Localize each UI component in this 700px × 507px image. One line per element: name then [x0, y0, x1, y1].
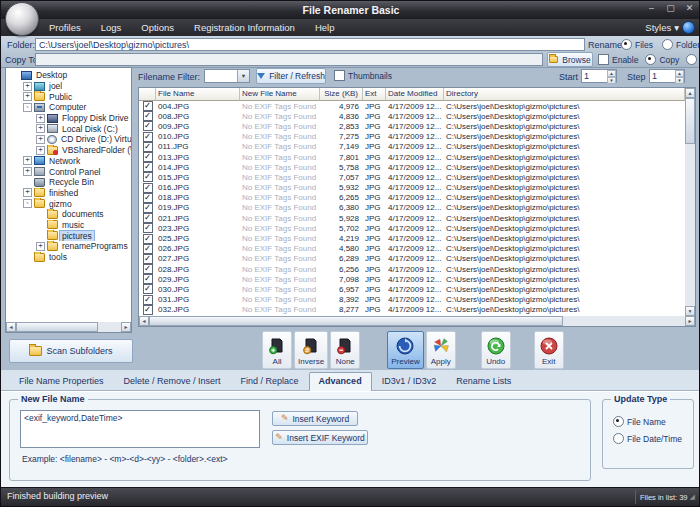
tab-delete-remove-insert[interactable]: Delete / Remove / Insert: [114, 372, 231, 390]
dropdown-arrow-icon[interactable]: ▼: [237, 70, 249, 82]
filter-refresh-button[interactable]: Filter / Refresh: [256, 68, 326, 84]
tree-item-renameprograms[interactable]: +renamePrograms: [6, 241, 131, 252]
tree-item-floppy-disk-drive-a[interactable]: +Floppy Disk Drive (A:): [6, 113, 131, 124]
table-horizontal-scrollbar[interactable]: ◄ ►: [139, 316, 695, 326]
table-row[interactable]: ✓014.JPGNo EXIF Tags Found5,758JPG4/17/2…: [139, 162, 685, 172]
column-header-date-modified[interactable]: Date Modified: [386, 88, 444, 101]
row-checkbox[interactable]: ✓: [143, 121, 153, 131]
row-checkbox[interactable]: ✓: [143, 142, 153, 152]
menu-item-registration-information[interactable]: Registration Information: [184, 19, 305, 36]
tree-item-joel[interactable]: +joel: [6, 81, 131, 92]
spin-up-icon[interactable]: ▲: [607, 70, 616, 77]
table-row[interactable]: ✓016.JPGNo EXIF Tags Found5,932JPG4/17/2…: [139, 183, 685, 193]
rename-option-files[interactable]: Files: [621, 39, 653, 50]
styles-menu[interactable]: Styles ▾: [645, 19, 695, 36]
copy-move-option-copy[interactable]: Copy: [645, 54, 679, 65]
tree-item-music[interactable]: music: [6, 220, 131, 231]
table-row[interactable]: ✓029.JPGNo EXIF Tags Found7,098JPG4/17/2…: [139, 274, 685, 284]
table-vertical-scrollbar[interactable]: ▲ ▼: [685, 88, 695, 316]
table-row[interactable]: ✓015.JPGNo EXIF Tags Found7,057JPG4/17/2…: [139, 172, 685, 182]
table-row[interactable]: ✓021.JPGNo EXIF Tags Found5,928JPG4/17/2…: [139, 213, 685, 223]
table-row[interactable]: ✓026.JPGNo EXIF Tags Found4,580JPG4/17/2…: [139, 244, 685, 254]
browse-button[interactable]: Browse: [547, 52, 593, 67]
tree-item-documents[interactable]: documents: [6, 209, 131, 220]
enable-checkbox[interactable]: Enable: [598, 54, 638, 65]
all-button[interactable]: All: [262, 331, 292, 369]
copy-to-input[interactable]: [35, 53, 543, 66]
thumbnails-checkbox[interactable]: Thumbnails: [334, 70, 392, 81]
update-type-option-file-name[interactable]: File Name: [613, 416, 666, 427]
row-checkbox[interactable]: ✓: [143, 274, 153, 284]
row-checkbox[interactable]: ✓: [143, 234, 153, 244]
row-checkbox[interactable]: ✓: [143, 295, 153, 305]
row-checkbox[interactable]: ✓: [143, 254, 153, 264]
tree-item-network[interactable]: +Network: [6, 156, 131, 167]
exit-button[interactable]: Exit: [534, 331, 564, 369]
folder-input[interactable]: [35, 38, 585, 51]
column-header-ext[interactable]: Ext: [363, 88, 386, 101]
column-header-directory[interactable]: Directory: [444, 88, 685, 101]
spin-down-icon[interactable]: ▼: [607, 77, 616, 84]
tree-item-local-disk-c[interactable]: +Local Disk (C:): [6, 123, 131, 134]
scrollbar-thumb[interactable]: [16, 322, 98, 332]
scroll-right-icon[interactable]: ►: [685, 316, 695, 326]
expand-icon[interactable]: +: [23, 188, 32, 197]
row-checkbox[interactable]: ✓: [143, 111, 153, 121]
update-type-option-file-date-time[interactable]: File Date/Time: [613, 433, 682, 444]
scroll-left-icon[interactable]: ◄: [139, 316, 149, 326]
row-checkbox[interactable]: ✓: [143, 172, 153, 182]
tab-id3v1-id3v2[interactable]: ID3v1 / ID3v2: [372, 372, 447, 390]
tree-item-pictures[interactable]: pictures: [6, 230, 131, 241]
column-header-new-file-name[interactable]: New File Name: [240, 88, 320, 101]
table-row[interactable]: ✓032.JPGNo EXIF Tags Found8,277JPG4/17/2…: [139, 305, 685, 315]
expand-icon[interactable]: +: [23, 82, 32, 91]
tree-item-recycle-bin[interactable]: Recycle Bin: [6, 177, 131, 188]
new-file-name-pattern-input[interactable]: <exif_keyword,DateTime>: [20, 410, 260, 448]
tree-item-public[interactable]: +Public: [6, 91, 131, 102]
scroll-up-icon[interactable]: ▲: [685, 88, 695, 98]
column-header-size-kb[interactable]: Size (KB): [320, 88, 363, 101]
tab-advanced[interactable]: Advanced: [309, 372, 372, 391]
table-row[interactable]: ✓031.JPGNo EXIF Tags Found8,392JPG4/17/2…: [139, 295, 685, 305]
preview-button[interactable]: Preview: [387, 331, 423, 369]
tree-horizontal-scrollbar[interactable]: ◄ ►: [6, 322, 131, 332]
rename-option-folders[interactable]: Folders: [662, 39, 700, 50]
table-row[interactable]: ✓025.JPGNo EXIF Tags Found4,219JPG4/17/2…: [139, 233, 685, 243]
expand-icon[interactable]: +: [23, 167, 32, 176]
table-row[interactable]: ✓009.JPGNo EXIF Tags Found2,853JPG4/17/2…: [139, 121, 685, 131]
menu-item-options[interactable]: Options: [131, 19, 184, 36]
expand-icon[interactable]: +: [36, 124, 45, 133]
table-row[interactable]: ✓027.JPGNo EXIF Tags Found6,289JPG4/17/2…: [139, 254, 685, 264]
row-checkbox[interactable]: ✓: [143, 203, 153, 213]
row-checkbox[interactable]: ✓: [143, 305, 153, 315]
step-stepper[interactable]: 1 ▲▼: [649, 69, 685, 83]
filename-filter-dropdown[interactable]: ▼: [204, 69, 250, 83]
table-row[interactable]: ✓008.JPGNo EXIF Tags Found4,836JPG4/17/2…: [139, 111, 685, 121]
scroll-right-icon[interactable]: ►: [121, 322, 131, 332]
spin-down-icon[interactable]: ▼: [675, 77, 684, 84]
insert-exif-keyword-button[interactable]: ✎ Insert EXIF Keyword: [272, 430, 368, 445]
scan-subfolders-button[interactable]: Scan Subfolders: [9, 339, 133, 363]
scroll-left-icon[interactable]: ◄: [6, 322, 16, 332]
scroll-down-icon[interactable]: ▼: [685, 306, 695, 316]
row-checkbox[interactable]: ✓: [143, 132, 153, 142]
scrollbar-thumb[interactable]: [685, 98, 695, 144]
tree-item-vbsharedfolder-vboxsvr-z[interactable]: +VBSharedFolder (\\vboxsvr) (Z: [6, 145, 131, 156]
row-checkbox[interactable]: ✓: [143, 183, 153, 193]
column-header-file-name[interactable]: File Name: [156, 88, 240, 101]
expand-icon[interactable]: +: [23, 156, 32, 165]
row-checkbox[interactable]: ✓: [143, 264, 153, 274]
menu-item-logs[interactable]: Logs: [91, 19, 132, 36]
copy-move-option-move[interactable]: Move: [686, 54, 700, 65]
tree-item-tools[interactable]: tools: [6, 252, 131, 263]
expand-icon[interactable]: +: [36, 146, 45, 155]
close-button[interactable]: ✕: [683, 2, 696, 15]
row-checkbox[interactable]: ✓: [143, 284, 153, 294]
tab-find-replace[interactable]: Find / Replace: [231, 372, 309, 390]
row-checkbox[interactable]: ✓: [143, 193, 153, 203]
menu-item-profiles[interactable]: Profiles: [39, 19, 91, 36]
table-row[interactable]: ✓030.JPGNo EXIF Tags Found6,957JPG4/17/2…: [139, 284, 685, 294]
spin-up-icon[interactable]: ▲: [675, 70, 684, 77]
minimize-button[interactable]: –: [645, 2, 658, 15]
table-row[interactable]: ✓023.JPGNo EXIF Tags Found5,702JPG4/17/2…: [139, 223, 685, 233]
